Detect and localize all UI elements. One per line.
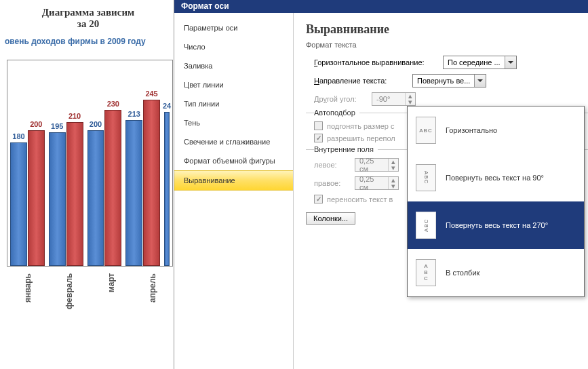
spinner-buttons: ▴▾ — [388, 159, 398, 171]
nav-fill[interactable]: Заливка — [174, 56, 293, 75]
button-label: Колонки... — [313, 214, 348, 222]
bar-label: 24 — [163, 102, 171, 110]
dd-option-rotate-90[interactable]: ABC Повернуть весь текст на 90° — [408, 154, 584, 201]
bar-label: 200 — [30, 120, 42, 128]
text-direction-label: Направление текста: — [314, 77, 412, 85]
checkbox-icon — [314, 134, 323, 142]
autofit-overflow-label: разрешить перепол — [327, 134, 395, 142]
checkbox-icon — [314, 121, 323, 130]
autofit-legend: Автоподбор — [314, 109, 359, 117]
x-axis-label: январь — [7, 273, 48, 321]
chevron-down-icon[interactable] — [505, 56, 516, 69]
text-horizontal-icon: ABC — [416, 117, 436, 144]
bar-groups: 180 200 195 210 200 — [7, 60, 172, 266]
autofit-shrink-label: подгонять размер с — [327, 122, 395, 130]
other-angle-spinner: -90° ▴ ▾ — [372, 92, 416, 106]
text-direction-combo[interactable]: Повернуть ве... — [412, 74, 486, 88]
text-format-label: Формат текста — [306, 41, 588, 49]
bar-label: 195 — [51, 122, 63, 130]
other-angle-row: Другой угол: -90° ▴ ▾ — [314, 92, 588, 106]
bar-label: 213 — [128, 110, 140, 118]
spinner-value: 0,25 см — [355, 157, 388, 173]
dd-label: Повернуть весь текст на 90° — [446, 174, 544, 182]
nav-line-color[interactable]: Цвет линии — [174, 75, 293, 94]
spinner-down-icon: ▾ — [406, 99, 415, 105]
combo-text: Повернуть ве... — [413, 77, 474, 85]
dd-option-rotate-270[interactable]: ABC Повернуть весь текст на 270° — [408, 201, 584, 249]
nav-alignment[interactable]: Выравнивание — [174, 170, 293, 191]
plot-area: 180 200 195 210 200 — [7, 60, 173, 267]
dd-label: Повернуть весь текст на 270° — [446, 221, 548, 229]
bar-2009-feb: 210 — [66, 122, 83, 266]
margins-legend: Внутренние поля — [314, 145, 378, 153]
wrap-text-label: переносить текст в — [327, 195, 393, 203]
combo-text: По середине ... — [444, 58, 505, 66]
nav-3d-format[interactable]: Формат объемной фигуры — [174, 151, 293, 170]
other-angle-label: Другой угол: — [314, 95, 372, 103]
nav-number[interactable]: Число — [174, 37, 293, 56]
bar-2008-apr: 213 — [125, 120, 142, 266]
bar-label: 230 — [107, 100, 119, 108]
horizontal-align-label: Горизонтальное выравнивание: — [314, 58, 443, 66]
chevron-down-icon[interactable] — [474, 75, 486, 87]
margin-left-spinner: 0,25 см ▴▾ — [355, 158, 399, 172]
margin-right-spinner: 0,25 см ▴▾ — [355, 176, 399, 190]
bar-label: 245 — [145, 90, 157, 98]
text-rotate-90-icon: ABC — [416, 164, 436, 191]
margin-right-label: правое: — [314, 179, 355, 187]
bar-2008-mar: 200 — [87, 130, 104, 266]
x-axis-label: апрель — [132, 273, 173, 321]
dd-option-horizontal[interactable]: ABC Горизонтально — [408, 106, 584, 154]
dd-label: Горизонтально — [446, 126, 497, 134]
chart-panel: Диаграмма зависимза 20 овень доходов фир… — [0, 0, 176, 369]
horizontal-align-row: Горизонтальное выравнивание: По середине… — [314, 56, 588, 69]
bar-2008-jan: 180 — [10, 142, 27, 266]
x-axis-labels: январь февраль март апрель — [7, 273, 173, 321]
spinner-value: -90° — [372, 95, 405, 103]
horizontal-align-combo[interactable]: По середине ... — [443, 56, 517, 69]
bar-2008-feb: 195 — [49, 132, 66, 266]
chart-title: Диаграмма зависимза 20 — [3, 7, 173, 30]
bar-2009-apr: 245 — [143, 100, 160, 266]
dd-option-stacked[interactable]: ABC В столбик — [408, 249, 584, 296]
spinner-value: 0,25 см — [355, 175, 388, 191]
nav-axis-options[interactable]: Параметры оси — [174, 18, 293, 37]
x-axis-label: март — [90, 273, 132, 321]
bar-group: 180 200 — [10, 60, 45, 266]
bar-label: 200 — [90, 120, 102, 128]
bar-group: 213 245 — [125, 60, 160, 266]
checkbox-icon — [314, 195, 323, 203]
text-direction-row: Направление текста: Повернуть ве... — [314, 74, 588, 88]
chart-subtitle: овень доходов фирмы в 2009 году — [3, 37, 173, 46]
columns-button[interactable]: Колонки... — [306, 212, 355, 225]
margin-left-label: левое: — [314, 161, 355, 169]
dialog-title: Формат оси — [174, 0, 588, 13]
dialog-nav: Параметры оси Число Заливка Цвет линии Т… — [174, 13, 294, 369]
spinner-buttons: ▴▾ — [388, 177, 398, 189]
text-rotate-270-icon: ABC — [416, 212, 436, 239]
bar-group: 195 210 — [49, 60, 83, 266]
nav-line-type[interactable]: Тип линии — [174, 94, 293, 113]
bar-label: 210 — [68, 112, 81, 120]
spinner-buttons: ▴ ▾ — [405, 93, 415, 105]
bar-partial: 24 — [164, 112, 170, 266]
nav-glow[interactable]: Свечение и сглаживание — [174, 132, 293, 151]
bar-2009-mar: 230 — [104, 110, 121, 266]
dd-label: В столбик — [446, 269, 479, 277]
panel-heading: Выравнивание — [306, 22, 588, 37]
nav-shadow[interactable]: Тень — [174, 113, 293, 132]
bar-group: 200 230 — [87, 60, 122, 266]
text-direction-dropdown: ABC Горизонтально ABC Повернуть весь тек… — [407, 106, 585, 297]
bar-group-partial: 24 — [164, 60, 170, 266]
bar-label: 180 — [12, 132, 24, 140]
x-axis-label: февраль — [48, 273, 90, 321]
text-stacked-icon: ABC — [416, 259, 436, 286]
bar-2009-jan: 200 — [28, 130, 45, 266]
